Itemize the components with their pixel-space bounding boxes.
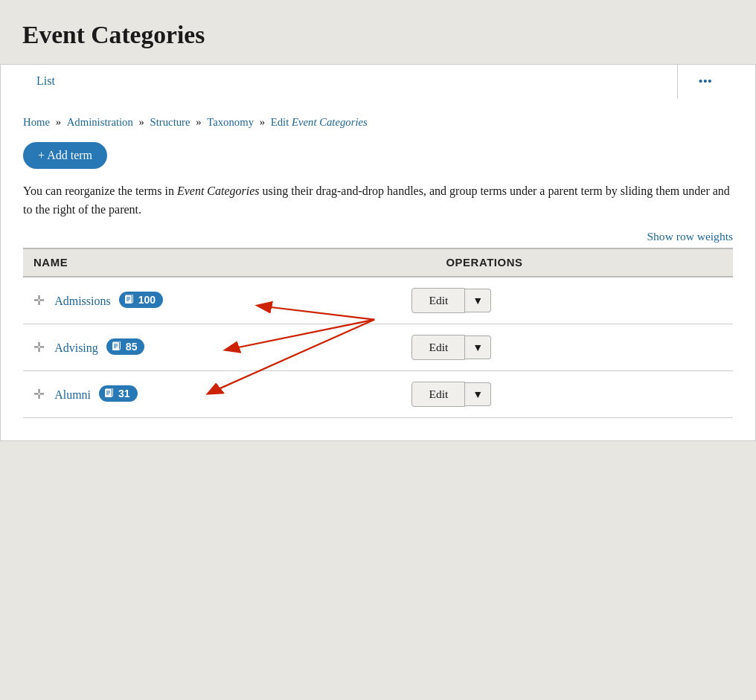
- breadcrumb-sep-2: »: [139, 116, 147, 128]
- description-text: You can reorganize the terms in Event Ca…: [23, 182, 733, 219]
- breadcrumb-sep-4: »: [260, 116, 268, 128]
- tab-more[interactable]: •••: [677, 65, 733, 98]
- terms-table: NAME OPERATIONS ✛ Admissions: [23, 248, 733, 418]
- badge-icon-admissions: [124, 295, 134, 305]
- drag-handle-advising[interactable]: ✛: [33, 340, 45, 356]
- badge-icon-alumni: [103, 388, 114, 399]
- dropdown-button-advising[interactable]: ▼: [465, 335, 491, 359]
- count-badge-admissions: 100: [119, 292, 164, 308]
- tab-bar: List •••: [0, 64, 756, 98]
- term-link-admissions[interactable]: Admissions: [54, 295, 111, 307]
- page-title: Event Categories: [22, 21, 734, 49]
- dropdown-button-admissions[interactable]: ▼: [465, 289, 491, 312]
- count-badge-alumni: 31: [99, 385, 138, 402]
- drag-handle-alumni[interactable]: ✛: [33, 387, 45, 402]
- term-link-alumni[interactable]: Alumni: [54, 388, 91, 401]
- description-italic: Event Categories: [177, 184, 260, 197]
- badge-icon-advising: [111, 341, 121, 352]
- ops-cell-advising: Edit ▼: [401, 324, 733, 370]
- table-section: NAME OPERATIONS ✛ Admissions: [23, 248, 733, 418]
- page-wrapper: Event Categories List ••• Home » Adminis…: [0, 0, 756, 700]
- ops-buttons-advising: Edit ▼: [411, 335, 723, 360]
- count-advising: 85: [126, 341, 138, 353]
- tab-list[interactable]: List: [23, 65, 68, 98]
- drag-handle-admissions[interactable]: ✛: [33, 293, 45, 309]
- show-row-weights-container: Show row weights: [23, 230, 733, 243]
- term-cell-alumni: ✛ Alumni: [23, 370, 401, 417]
- ops-buttons-admissions: Edit ▼: [411, 288, 723, 313]
- table-row: ✛ Admissions: [23, 277, 733, 324]
- term-link-advising[interactable]: Advising: [54, 341, 98, 354]
- col-operations: OPERATIONS: [401, 248, 733, 277]
- show-row-weights-link[interactable]: Show row weights: [647, 230, 733, 243]
- breadcrumb-structure[interactable]: Structure: [150, 116, 190, 128]
- table-body: ✛ Admissions: [23, 277, 733, 418]
- breadcrumb-category-name: Event Categories: [292, 116, 368, 128]
- table-header: NAME OPERATIONS: [23, 248, 733, 277]
- count-admissions: 100: [138, 294, 156, 306]
- table-row: ✛ Alumni: [23, 370, 733, 417]
- add-term-button[interactable]: + Add term: [23, 142, 107, 169]
- edit-button-alumni[interactable]: Edit: [411, 382, 465, 407]
- table-row: ✛ Advising: [23, 324, 733, 370]
- dropdown-button-alumni[interactable]: ▼: [465, 382, 491, 406]
- ops-buttons-alumni: Edit ▼: [411, 382, 723, 407]
- breadcrumb: Home » Administration » Structure » Taxo…: [23, 116, 733, 129]
- edit-button-admissions[interactable]: Edit: [411, 288, 465, 313]
- breadcrumb-taxonomy[interactable]: Taxonomy: [207, 116, 254, 128]
- breadcrumb-administration[interactable]: Administration: [67, 116, 133, 128]
- breadcrumb-home[interactable]: Home: [23, 116, 50, 128]
- term-cell-advising: ✛ Advising: [23, 324, 401, 370]
- content-area: Home » Administration » Structure » Taxo…: [0, 98, 756, 441]
- ops-cell-admissions: Edit ▼: [401, 277, 733, 324]
- edit-button-advising[interactable]: Edit: [411, 335, 465, 360]
- count-alumni: 31: [118, 388, 130, 399]
- breadcrumb-sep-3: »: [196, 116, 204, 128]
- term-cell-admissions: ✛ Admissions: [23, 277, 401, 324]
- breadcrumb-edit-label: Edit: [271, 116, 292, 128]
- breadcrumb-sep-1: »: [56, 116, 64, 128]
- col-name: NAME: [23, 248, 401, 277]
- header-area: Event Categories: [0, 0, 756, 64]
- ops-cell-alumni: Edit ▼: [401, 370, 733, 417]
- count-badge-advising: 85: [106, 338, 145, 355]
